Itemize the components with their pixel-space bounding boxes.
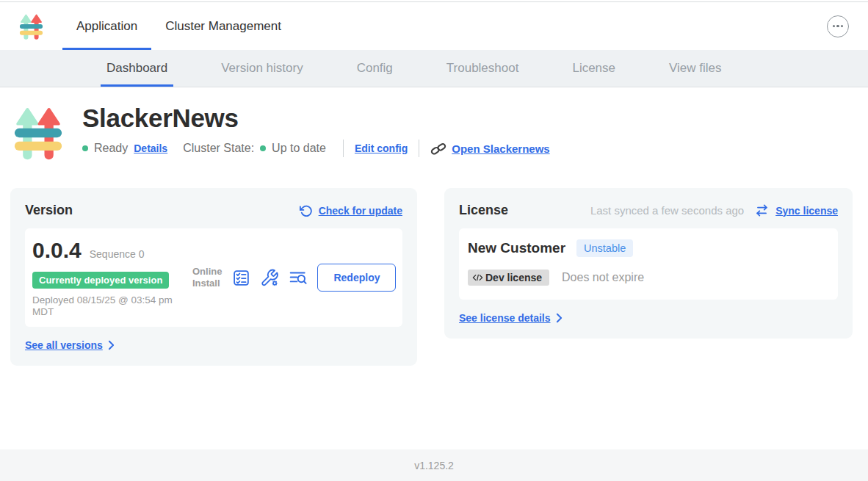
divider xyxy=(343,140,344,157)
divider xyxy=(419,140,419,157)
subnav-dashboard-label: Dashboard xyxy=(106,61,167,76)
deployed-status-badge: Currently deployed version xyxy=(32,272,169,289)
redeploy-button[interactable]: Redeploy xyxy=(317,264,396,292)
console-version: v1.125.2 xyxy=(414,460,454,471)
subnav-item-dashboard[interactable]: Dashboard xyxy=(106,50,167,87)
subnav-item-view-files[interactable]: View files xyxy=(669,50,722,87)
subnav-troubleshoot-label: Troubleshoot xyxy=(446,61,519,76)
subnav-version-history-label: Version history xyxy=(221,61,303,76)
version-number: 0.0.4 xyxy=(32,238,82,263)
version-card: Version Check for update 0.0.4 Sequ xyxy=(10,188,417,366)
edit-config-link[interactable]: Edit config xyxy=(355,142,408,154)
cluster-state-dot xyxy=(260,145,266,151)
console-footer: v1.125.2 xyxy=(0,449,868,481)
more-menu-button[interactable] xyxy=(827,15,849,37)
deployed-timestamp: Deployed 08/15/25 @ 03:54 pm MDT xyxy=(32,294,187,317)
app-status-row: Ready Details Cluster State: Up to date … xyxy=(82,140,550,157)
check-for-update-link[interactable]: Check for update xyxy=(319,205,402,217)
page-title: SlackerNews xyxy=(82,104,550,133)
tab-application-label: Application xyxy=(76,19,137,34)
ellipsis-icon xyxy=(833,25,835,27)
install-type-label: Online Install xyxy=(192,266,222,290)
install-type-line2: Install xyxy=(192,278,222,289)
version-sequence: Sequence 0 xyxy=(90,248,145,260)
app-status-label: Ready xyxy=(94,142,128,155)
license-card: License Last synced a few seconds ago Sy… xyxy=(444,188,853,339)
sync-license-link[interactable]: Sync license xyxy=(775,205,838,217)
see-all-versions-link[interactable]: See all versions xyxy=(25,339,103,351)
app-title-section: SlackerNews Ready Details Cluster State:… xyxy=(0,102,868,164)
preflight-checklist-icon[interactable] xyxy=(231,268,250,287)
install-type-line1: Online xyxy=(192,266,222,278)
cluster-state-value: Up to date xyxy=(272,142,326,155)
subnav-item-config[interactable]: Config xyxy=(357,50,393,87)
license-type-tag: Dev license xyxy=(468,270,549,286)
license-detail-panel: New Customer Unstable Dev license Does n… xyxy=(459,228,838,300)
current-version-panel: 0.0.4 Sequence 0 Currently deployed vers… xyxy=(25,228,402,327)
license-type-label: Dev license xyxy=(485,272,542,283)
app-icon xyxy=(13,102,63,164)
sync-arrows-icon xyxy=(755,203,769,217)
subnav-item-troubleshoot[interactable]: Troubleshoot xyxy=(446,50,519,87)
version-card-title: Version xyxy=(25,203,73,218)
subnav-license-label: License xyxy=(572,61,615,76)
chain-link-icon xyxy=(430,142,446,155)
chevron-right-icon xyxy=(556,313,563,323)
tab-cluster-management[interactable]: Cluster Management xyxy=(151,2,295,50)
app-subnav: Dashboard Version history Config Trouble… xyxy=(0,50,868,87)
channel-badge: Unstable xyxy=(576,239,633,257)
log-search-icon[interactable] xyxy=(289,268,308,287)
refresh-icon xyxy=(299,204,312,217)
cluster-state-label: Cluster State: xyxy=(183,142,254,155)
details-link[interactable]: Details xyxy=(134,142,167,154)
license-card-title: License xyxy=(459,203,508,218)
app-header-bar: Application Cluster Management xyxy=(0,2,868,50)
app-status-dot xyxy=(82,145,88,151)
brand-logo xyxy=(19,2,43,50)
subnav-item-license[interactable]: License xyxy=(572,50,615,87)
customer-name: New Customer xyxy=(468,240,565,256)
primary-tabs: Application Cluster Management xyxy=(62,2,295,50)
subnav-view-files-label: View files xyxy=(669,61,722,76)
hash-arrows-logo-icon xyxy=(19,12,43,40)
last-synced-text: Last synced a few seconds ago xyxy=(590,204,744,217)
config-wrench-gear-icon[interactable] xyxy=(260,268,279,287)
open-app-link[interactable]: Open Slackernews xyxy=(452,142,549,155)
see-license-details-link[interactable]: See license details xyxy=(459,312,551,324)
subnav-config-label: Config xyxy=(357,61,393,76)
license-expiry: Does not expire xyxy=(562,271,644,284)
chevron-right-icon xyxy=(108,340,115,350)
code-icon xyxy=(472,273,483,282)
tab-application[interactable]: Application xyxy=(62,2,151,50)
subnav-item-version-history[interactable]: Version history xyxy=(221,50,303,87)
tab-cluster-management-label: Cluster Management xyxy=(165,19,281,34)
